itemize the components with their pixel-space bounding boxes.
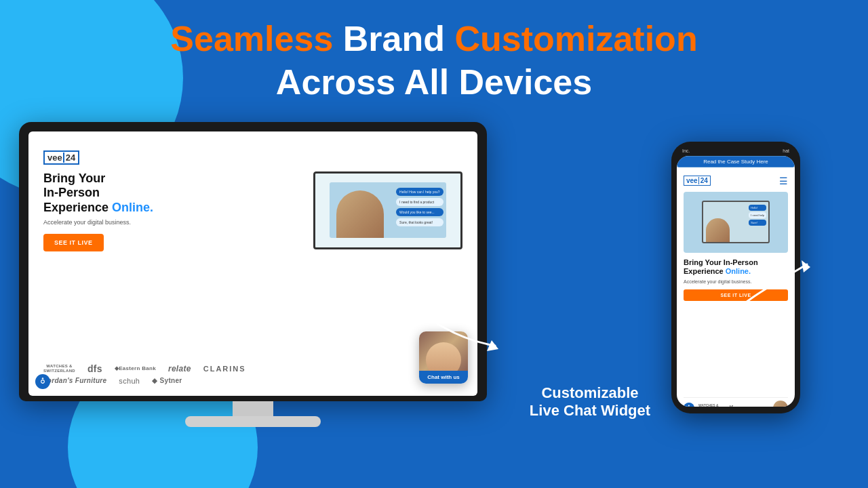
desktop-hero: Bring Your In-Person Experience Online. …	[43, 171, 462, 253]
monitor-neck	[233, 401, 273, 416]
svg-marker-1	[487, 340, 498, 351]
desktop-monitor: vee24 Bring Your In-Person Experience On…	[19, 122, 487, 427]
brand-schuh: schuh	[119, 377, 140, 385]
heading-line1: Bring Your	[43, 171, 105, 185]
phone-logo-vee: vee	[686, 177, 698, 184]
phone-video-person	[706, 218, 730, 242]
case-study-bar[interactable]: Read the Case Study Here	[677, 156, 795, 167]
inner-monitor: Hello! How can I help you? I need to fin…	[313, 171, 462, 249]
arrow-desktop-to-label	[387, 278, 522, 359]
inner-screen: Hello! How can I help you? I need to fin…	[330, 182, 446, 238]
phone-logo-24: 24	[698, 177, 708, 184]
devices-area: vee24 Bring Your In-Person Experience On…	[0, 115, 868, 447]
chat-bubble-1: Hello! How can I help you?	[396, 188, 443, 196]
phone-icons: hat	[783, 148, 789, 153]
phone-brand-dfs: dfs	[727, 405, 736, 407]
brand-sytner: ◆ Sytner	[152, 377, 182, 384]
headline-line2: Across All Devices	[170, 62, 697, 103]
brands-row-2: Jordan's Furniture schuh ◆ Sytner	[43, 377, 462, 385]
monitor-base	[185, 416, 321, 427]
svg-point-0	[42, 378, 43, 379]
chat-bubble-4: Sure, that looks great!	[396, 218, 443, 226]
phone-logo: vee24	[684, 176, 711, 186]
chat-bubble-2: I need to find a product	[396, 198, 443, 206]
chat-bubbles: Hello! How can I help you? I need to fin…	[396, 188, 443, 226]
brand-relate: relate	[168, 364, 191, 373]
phone-notch-bar: Inc. hat	[677, 148, 795, 153]
phone-nav: vee24 ☰	[684, 176, 788, 186]
phone-chat-bubbles: Hello! I need help Sure!	[749, 205, 766, 226]
arrow-label-to-phone	[705, 251, 827, 339]
brand-clarins: CLARINS	[203, 365, 246, 373]
phone-avatar	[773, 401, 788, 407]
svg-marker-2	[802, 260, 810, 272]
heading-highlight: Online.	[112, 201, 153, 214]
phone-inner-monitor: Hello! I need help Sure!	[702, 201, 770, 243]
desktop-logo: vee24	[43, 150, 79, 165]
desktop-hero-subtext: Accelerate your digital business.	[43, 219, 179, 226]
heading-line2: In-Person	[43, 186, 100, 199]
page-wrapper: Seamless Brand Customization Across All …	[0, 0, 868, 488]
brand-jordans: Jordan's Furniture	[43, 377, 106, 384]
chat-widget-label: Chat with us	[419, 371, 468, 384]
headline-customization: Customization	[454, 19, 697, 58]
phone-info-icon[interactable]: ℹ	[684, 403, 694, 407]
desktop-see-it-live-button[interactable]: SEE IT LIVE	[43, 234, 104, 251]
heading-line3: Experience	[43, 201, 112, 214]
customizable-label: Customizable Live Chat Widget	[522, 384, 658, 420]
chat-bubble-3: Would you like to see...	[396, 208, 443, 216]
phone-bubble-1: Hello!	[749, 205, 766, 211]
headline-seamless: Seamless	[170, 19, 342, 58]
monitor-outer: vee24 Bring Your In-Person Experience On…	[19, 122, 487, 401]
headline-brand: Brand	[343, 19, 455, 58]
header: Seamless Brand Customization Across All …	[170, 19, 697, 103]
brand-dfs: dfs	[87, 363, 102, 374]
phone-bubble-2: I need help	[749, 212, 766, 218]
logo-24: 24	[63, 152, 75, 163]
label-line2: Live Chat Widget	[530, 402, 650, 419]
brand-watches: WATCHES &SWITZERLAND	[43, 364, 75, 373]
phone-time: Inc.	[682, 148, 690, 153]
logo-vee: vee	[47, 152, 62, 163]
brand-eastern: ◆Eastern Bank	[115, 365, 156, 371]
desktop-hero-image: Hello! How can I help you? I need to fin…	[186, 171, 462, 253]
desktop-hero-heading: Bring Your In-Person Experience Online.	[43, 171, 179, 216]
phone-brand-watches: WATCHES &SWITZERLAND	[698, 404, 723, 407]
phone-hero-image: Hello! I need help Sure!	[684, 192, 788, 253]
monitor-stand	[19, 401, 487, 427]
label-line1: Customizable	[541, 384, 638, 401]
phone-brands: ℹ WATCHES &SWITZERLAND dfs	[684, 397, 788, 407]
desktop-hero-text: Bring Your In-Person Experience Online. …	[43, 171, 179, 252]
headline-line1: Seamless Brand Customization	[170, 19, 697, 60]
desktop-nav: vee24	[43, 150, 462, 165]
phone-bubble-3: Sure!	[749, 220, 766, 226]
phone-hamburger-icon[interactable]: ☰	[779, 176, 788, 186]
video-person	[336, 190, 384, 238]
accessibility-icon[interactable]	[35, 374, 50, 389]
